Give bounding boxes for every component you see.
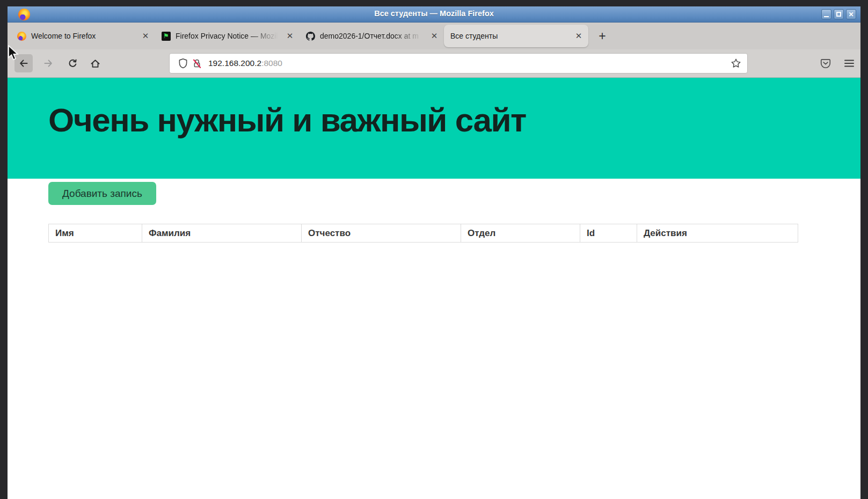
back-arrow-icon [20,60,27,66]
bookmark-star-icon[interactable] [729,56,743,70]
page-title: Очень нужный и важный сайт [48,104,526,137]
tab-label: Все студенты [450,32,570,40]
home-button[interactable] [86,54,104,72]
url-host: 192.168.200.2 [208,58,261,68]
forward-arrow-icon [45,60,51,66]
desktop: Все студенты — Mozilla Firefox ✕ Welcome… [0,0,868,499]
home-icon [91,60,99,67]
column-header-id: Id [580,224,637,242]
url-bar[interactable]: 192.168.200.2:8080 [169,53,748,74]
tracking-shield-icon[interactable] [176,56,190,70]
window-titlebar[interactable]: Все студенты — Mozilla Firefox ✕ [8,6,860,23]
minimize-button[interactable] [821,9,831,19]
tab-strip: Welcome to Firefox ✕ ⚑ Firefox Privacy N… [8,23,860,49]
column-header-surname: Фамилия [142,224,302,242]
close-icon: ✕ [848,11,854,18]
hamburger-icon [845,61,854,67]
privacy-flag-icon: ⚑ [162,32,171,41]
pocket-button[interactable] [816,54,835,72]
tab-github-report[interactable]: demo2026-1/Отчет.docx at m ✕ [300,25,444,47]
minimize-icon [824,16,829,17]
tab-privacy-notice[interactable]: ⚑ Firefox Privacy Notice — Mozil ✕ [155,25,300,47]
tab-vse-studenty-active[interactable]: Все студенты ✕ [444,25,588,47]
column-header-name: Имя [49,224,142,242]
back-button[interactable] [14,54,33,72]
maximize-icon [836,12,841,17]
tab-welcome-to-firefox[interactable]: Welcome to Firefox ✕ [11,25,155,47]
column-header-patronymic: Отчество [302,224,461,242]
tab-label: Firefox Privacy Notice — Mozil [176,32,281,40]
github-icon [306,32,315,41]
hamburger-menu-button[interactable] [840,54,858,72]
tab-label: demo2026-1/Отчет.docx at m [320,32,426,40]
page-viewport: Очень нужный и важный сайт Добавить запи… [8,78,860,499]
forward-button[interactable] [39,54,57,72]
tab-close-icon[interactable]: ✕ [573,31,584,41]
column-header-actions: Действия [637,224,798,242]
close-button[interactable]: ✕ [846,9,856,19]
window-title: Все студенты — Mozilla Firefox [8,9,860,18]
maximize-button[interactable] [834,9,844,19]
reload-button[interactable] [63,54,82,72]
window-controls: ✕ [821,9,856,19]
new-tab-button[interactable]: + [594,27,611,45]
insecure-lock-icon[interactable] [190,56,204,70]
tab-close-icon[interactable]: ✕ [285,31,295,41]
column-header-department: Отдел [461,224,580,242]
firefox-window: Все студенты — Mozilla Firefox ✕ Welcome… [8,6,860,499]
firefox-icon [17,32,26,41]
hero-banner: Очень нужный и важный сайт [8,78,860,179]
navigation-toolbar: 192.168.200.2:8080 [8,49,860,78]
tab-close-icon[interactable]: ✕ [429,31,440,41]
tab-close-icon[interactable]: ✕ [140,31,151,41]
pocket-chevron-icon [823,62,828,64]
url-port: :8080 [261,58,282,68]
add-record-button[interactable]: Добавить запись [48,182,156,205]
students-table-header-row: Имя Фамилия Отчество Отдел Id Действия [48,224,798,243]
tab-label: Welcome to Firefox [31,32,137,40]
